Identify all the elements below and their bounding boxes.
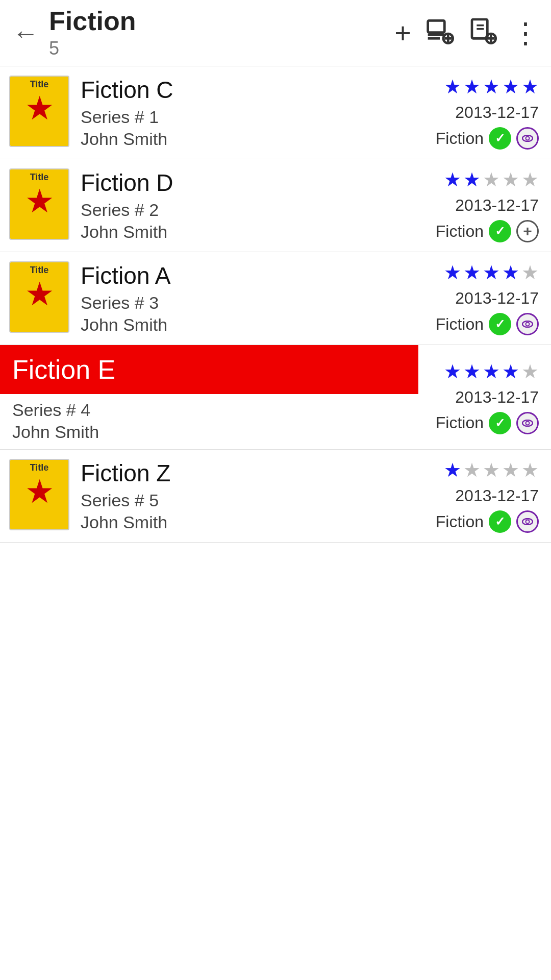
add-to-queue-button[interactable] <box>425 16 454 50</box>
book-series: Series # 4 <box>12 400 406 420</box>
add-button[interactable]: + <box>394 16 411 50</box>
book-date: 2013-12-17 <box>455 289 539 308</box>
star-4: ★ <box>502 459 519 481</box>
svg-point-15 <box>526 323 530 326</box>
add-circle-icon[interactable]: + <box>516 220 539 242</box>
rating-stars: ★ ★ ★ ★ ★ <box>444 261 539 284</box>
star-3: ★ <box>483 168 500 191</box>
check-icon: ✓ <box>489 510 511 533</box>
book-author: John Smith <box>12 422 406 442</box>
star-1: ★ <box>444 168 461 191</box>
tag-label: Fiction <box>436 512 484 531</box>
book-title: Fiction Z <box>81 459 406 487</box>
svg-point-13 <box>526 137 530 140</box>
cover-title-label: Title <box>30 173 49 182</box>
book-info-fiction-d: Fiction D Series # 2 John Smith <box>81 168 406 242</box>
fiction-e-title-bar: Fiction E <box>0 345 418 394</box>
star-4: ★ <box>502 168 519 191</box>
book-info-fiction-c: Fiction C Series # 1 John Smith <box>81 76 406 150</box>
book-tags: Fiction ✓ + <box>436 220 539 242</box>
book-date: 2013-12-17 <box>455 388 539 407</box>
book-author: John Smith <box>81 315 406 335</box>
page-count: 5 <box>49 38 394 59</box>
star-4: ★ <box>502 76 519 98</box>
star-5: ★ <box>521 459 539 481</box>
check-icon: ✓ <box>489 313 511 335</box>
star-2: ★ <box>463 76 481 98</box>
star-5: ★ <box>521 76 539 98</box>
book-author: John Smith <box>81 512 406 532</box>
tag-label: Fiction <box>436 315 484 334</box>
book-meta-fiction-a: ★ ★ ★ ★ ★ 2013-12-17 Fiction ✓ <box>406 261 539 335</box>
rating-stars: ★ ★ ★ ★ ★ <box>444 459 539 481</box>
rating-stars: ★ ★ ★ ★ ★ <box>444 360 539 383</box>
book-tags: Fiction ✓ <box>436 313 539 335</box>
eye-icon[interactable] <box>516 510 539 533</box>
check-icon: ✓ <box>489 412 511 434</box>
book-item-fiction-e[interactable]: Fiction E Series # 4 John Smith ★ ★ ★ ★ … <box>0 345 551 450</box>
book-item-fiction-a[interactable]: Title ★ Fiction A Series # 3 John Smith … <box>0 252 551 345</box>
book-list: Title ★ Fiction C Series # 1 John Smith … <box>0 66 551 543</box>
book-cover-fiction-d: Title ★ <box>9 168 69 240</box>
book-author: John Smith <box>81 129 406 149</box>
star-1: ★ <box>444 459 461 481</box>
star-3: ★ <box>483 261 500 284</box>
cover-star-icon: ★ <box>25 185 54 217</box>
star-2: ★ <box>463 360 481 383</box>
book-series: Series # 5 <box>81 491 406 510</box>
header: ← Fiction 5 + ⋮ <box>0 0 551 66</box>
book-info-fiction-a: Fiction A Series # 3 John Smith <box>81 261 406 335</box>
book-cover-fiction-c: Title ★ <box>9 76 69 147</box>
book-meta-fiction-c: ★ ★ ★ ★ ★ 2013-12-17 Fiction ✓ <box>406 76 539 150</box>
book-item-fiction-z[interactable]: Title ★ Fiction Z Series # 5 John Smith … <box>0 450 551 543</box>
eye-icon[interactable] <box>516 412 539 434</box>
eye-icon[interactable] <box>516 127 539 150</box>
eye-icon[interactable] <box>516 313 539 335</box>
star-3: ★ <box>483 76 500 98</box>
book-title: Fiction D <box>81 169 406 197</box>
star-1: ★ <box>444 261 461 284</box>
book-title: Fiction E <box>12 355 115 384</box>
tag-label: Fiction <box>436 129 484 148</box>
cover-title-label: Title <box>30 265 49 275</box>
star-3: ★ <box>483 360 500 383</box>
svg-point-17 <box>526 421 530 425</box>
book-series: Series # 1 <box>81 107 406 127</box>
book-author: John Smith <box>81 222 406 242</box>
rating-stars: ★ ★ ★ ★ ★ <box>444 168 539 191</box>
rating-stars: ★ ★ ★ ★ ★ <box>444 76 539 98</box>
more-button[interactable]: ⋮ <box>511 16 539 50</box>
svg-point-19 <box>526 520 530 524</box>
back-button[interactable]: ← <box>12 18 39 48</box>
book-title: Fiction C <box>81 76 406 104</box>
add-to-list-button[interactable] <box>468 16 497 50</box>
book-title: Fiction A <box>81 262 406 290</box>
book-meta-fiction-e: ★ ★ ★ ★ ★ 2013-12-17 Fiction ✓ <box>418 345 551 449</box>
tag-label: Fiction <box>436 413 484 432</box>
book-tags: Fiction ✓ <box>436 510 539 533</box>
book-cover-fiction-a: Title ★ <box>9 261 69 333</box>
svg-rect-0 <box>428 20 445 32</box>
book-tags: Fiction ✓ <box>436 127 539 150</box>
star-5: ★ <box>521 360 539 383</box>
cover-title-label: Title <box>30 463 49 472</box>
book-tags: Fiction ✓ <box>436 412 539 434</box>
star-4: ★ <box>502 261 519 284</box>
book-item-fiction-d[interactable]: Title ★ Fiction D Series # 2 John Smith … <box>0 159 551 252</box>
cover-star-icon: ★ <box>25 92 54 125</box>
page-title: Fiction <box>49 7 394 36</box>
book-meta-fiction-z: ★ ★ ★ ★ ★ 2013-12-17 Fiction ✓ <box>406 459 539 533</box>
book-item-fiction-c[interactable]: Title ★ Fiction C Series # 1 John Smith … <box>0 66 551 159</box>
book-date: 2013-12-17 <box>455 486 539 505</box>
star-4: ★ <box>502 360 519 383</box>
book-cover-fiction-z: Title ★ <box>9 459 69 530</box>
header-actions: + ⋮ <box>394 16 539 50</box>
star-1: ★ <box>444 360 461 383</box>
book-series: Series # 2 <box>81 200 406 220</box>
cover-star-icon: ★ <box>25 475 54 508</box>
book-date: 2013-12-17 <box>455 196 539 215</box>
book-date: 2013-12-17 <box>455 103 539 122</box>
fiction-e-left: Fiction E Series # 4 John Smith <box>0 345 418 449</box>
star-5: ★ <box>521 168 539 191</box>
book-series: Series # 3 <box>81 293 406 313</box>
